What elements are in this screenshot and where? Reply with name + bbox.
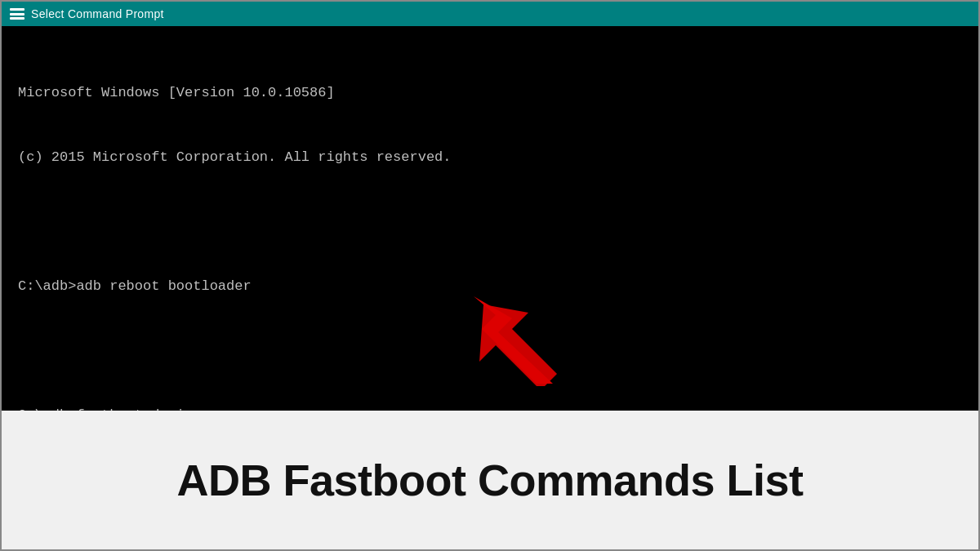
red-arrow-pointer bbox=[467, 290, 573, 388]
cmd-window: Select Command Prompt Microsoft Windows … bbox=[0, 0, 980, 551]
terminal-area: Microsoft Windows [Version 10.0.10586] (… bbox=[2, 26, 978, 411]
terminal-line-1: Microsoft Windows [Version 10.0.10586] bbox=[18, 82, 962, 104]
terminal-line-2: (c) 2015 Microsoft Corporation. All righ… bbox=[18, 147, 962, 168]
bottom-section: ADB Fastboot Commands List bbox=[2, 411, 978, 549]
page-title: ADB Fastboot Commands List bbox=[176, 455, 803, 505]
terminal-line-4: C:\adb>fastboot devices bbox=[18, 405, 962, 411]
window-title: Select Command Prompt bbox=[31, 7, 164, 20]
title-bar: Select Command Prompt bbox=[2, 2, 978, 26]
svg-marker-1 bbox=[474, 296, 553, 384]
terminal-blank-1 bbox=[18, 211, 962, 233]
terminal-icon bbox=[10, 8, 24, 20]
